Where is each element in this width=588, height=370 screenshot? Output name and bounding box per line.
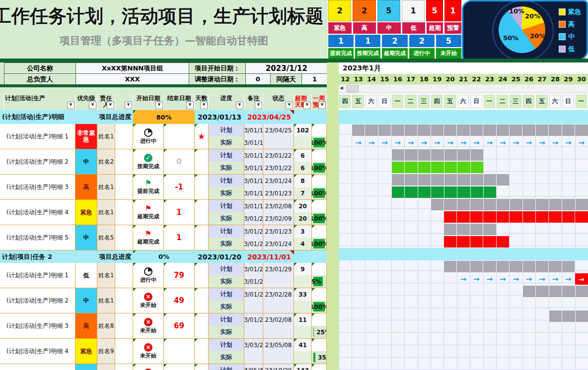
status-cell[interactable]: ⚑超期完成 (133, 225, 164, 250)
task-name-cell[interactable]: (计划|活动|生产)明细 3 (4, 175, 75, 199)
plan-start-cell[interactable]: 23/01/16 (244, 175, 263, 187)
filter-dropdown-icon[interactable]: ▼ (89, 102, 96, 109)
overdue-days-cell[interactable]: -1 (164, 175, 195, 199)
owner-cell[interactable]: 姓名1 (97, 263, 115, 288)
gantt-plan-bar[interactable] (549, 310, 588, 322)
actual-end-cell[interactable] (263, 301, 294, 313)
actual-progress-cell[interactable]: 100% (312, 301, 327, 313)
actual-end-cell[interactable] (263, 275, 294, 288)
plan-start-cell[interactable]: 23/01/16 (244, 149, 263, 162)
gantt-scrollbar[interactable]: ◀ (339, 84, 588, 93)
task-name-cell[interactable]: (计划|活动|生产)明细 4 (4, 200, 75, 225)
task-name-cell[interactable]: (计划|活动|生产)明细 5 (4, 225, 75, 250)
plan-days-cell[interactable]: 33 (294, 288, 312, 301)
filter-dropdown-icon[interactable]: ▼ (286, 102, 293, 109)
filter-dropdown-icon[interactable]: ▼ (236, 102, 243, 109)
plan-end-cell[interactable]: 23/01/22 (263, 149, 294, 162)
group-start-date[interactable]: 2023/01/13 (195, 110, 244, 124)
actual-progress-cell[interactable]: 100% (312, 136, 327, 149)
filter-dropdown-icon[interactable]: ▼ (125, 102, 132, 109)
plan-days-cell[interactable]: 9 (294, 263, 312, 275)
owner-cell[interactable]: 姓名2 (97, 149, 115, 174)
warning-cell[interactable] (195, 175, 209, 199)
company-name-value[interactable]: XxXX第NNN项目组 (75, 63, 189, 74)
task-name-cell[interactable]: (计划|活动|生产)明细 5 (4, 364, 75, 370)
overdue-days-cell[interactable]: 69 (164, 313, 195, 338)
status-cell[interactable]: ×未开始 (133, 313, 164, 338)
filter-dropdown-icon[interactable]: ▼ (303, 102, 311, 109)
warning-cell[interactable] (195, 288, 209, 313)
note-cell[interactable] (115, 225, 133, 250)
gantt-actual-bar[interactable] (391, 186, 496, 198)
plan-start-cell[interactable]: 23/01/13 (244, 124, 263, 136)
status-cell[interactable]: ✓按期完成 (133, 149, 164, 174)
status-cell[interactable]: ×未开始 (133, 288, 164, 313)
actual-days-cell[interactable]: 7 (294, 187, 312, 199)
priority-cell[interactable]: 中 (75, 364, 97, 370)
gantt-plan-bar[interactable] (391, 149, 483, 161)
plan-days-cell[interactable]: 6 (294, 149, 312, 162)
actual-end-cell[interactable]: 23/01/24 (263, 238, 294, 250)
actual-days-cell[interactable] (294, 351, 312, 364)
plan-start-cell[interactable]: 23/01/20 (244, 263, 263, 275)
filter-dropdown-icon[interactable]: ▼ (186, 102, 194, 109)
status-cell[interactable]: ×未开始 (133, 364, 164, 370)
plan-end-cell[interactable]: 23/10/20 (263, 364, 294, 370)
filter-dropdown-icon[interactable]: ▼ (255, 102, 262, 109)
plan-end-cell[interactable]: 23/01/29 (263, 263, 294, 275)
plan-end-cell[interactable]: 23/02/28 (263, 288, 294, 301)
actual-start-cell[interactable]: 23/01/20 (244, 212, 263, 225)
plan-progress-cell[interactable] (312, 313, 327, 326)
actual-days-cell[interactable] (294, 301, 312, 313)
plan-start-cell[interactable]: 23/05/30 (244, 364, 263, 370)
warning-cell[interactable] (195, 149, 209, 174)
warning-cell[interactable] (195, 200, 209, 225)
actual-days-cell[interactable] (294, 275, 312, 288)
overdue-days-cell[interactable]: 1 (164, 225, 195, 250)
note-cell[interactable] (115, 339, 133, 364)
note-cell[interactable] (115, 263, 133, 288)
gantt-actual-bar[interactable] (391, 162, 483, 173)
status-cell[interactable]: ×未开始 (133, 339, 164, 364)
group-progress-value[interactable]: 80% (133, 110, 195, 124)
actual-start-cell[interactable]: 23/01/16 (244, 187, 263, 199)
filter-dropdown-icon[interactable]: ▼ (67, 102, 74, 109)
priority-cell[interactable]: 非常紧急 (75, 124, 97, 149)
owner-cell[interactable]: 姓名8 (97, 313, 115, 338)
actual-start-cell[interactable] (244, 301, 263, 313)
note-cell[interactable] (115, 288, 133, 313)
warning-cell[interactable] (195, 263, 209, 288)
overdue-days-cell[interactable] (164, 364, 195, 370)
actual-days-cell[interactable] (294, 136, 312, 149)
gantt-plan-bar[interactable] (391, 174, 510, 185)
plan-progress-cell[interactable] (312, 200, 327, 212)
priority-cell[interactable]: 低 (75, 263, 97, 288)
warning-cell[interactable] (195, 225, 209, 250)
note-cell[interactable] (115, 313, 133, 338)
actual-progress-cell[interactable]: 100% (312, 238, 327, 250)
overdue-days-cell[interactable]: 1 (164, 200, 195, 225)
overdue-days-cell[interactable]: 0 (164, 149, 195, 174)
gantt-plan-bar[interactable] (522, 286, 588, 297)
plan-progress-cell[interactable] (312, 364, 327, 370)
actual-end-cell[interactable] (263, 326, 294, 338)
actual-end-cell[interactable] (263, 351, 294, 364)
actual-progress-cell[interactable]: 100% (312, 212, 327, 225)
scroll-thumb[interactable] (347, 85, 359, 92)
warning-cell[interactable]: ★ (195, 124, 209, 149)
task-name-cell[interactable]: (计划|活动|生产)明细 2 (4, 149, 75, 174)
owner-cell[interactable]: 姓名10 (97, 364, 115, 370)
overdue-days-cell[interactable] (164, 339, 195, 364)
priority-cell[interactable]: 中 (75, 225, 97, 250)
filter-dropdown-icon[interactable]: ▼ (107, 102, 114, 109)
owner-cell[interactable]: 姓名1 (97, 124, 115, 149)
owner-cell[interactable]: 姓名9 (97, 339, 115, 364)
plan-start-cell[interactable]: 23/01/28 (244, 313, 263, 326)
gantt-plan-bar[interactable] (443, 224, 496, 235)
plan-end-cell[interactable]: 23/01/23 (263, 225, 294, 238)
owner-cell[interactable]: 姓名1 (97, 175, 115, 199)
task-name-cell[interactable]: (计划|活动|生产)明细 4 (4, 339, 75, 364)
actual-start-cell[interactable]: 23/01/20 (244, 238, 263, 250)
actual-days-cell[interactable]: 20 (294, 212, 312, 225)
plan-start-cell[interactable]: 23/01/26 (244, 288, 263, 301)
